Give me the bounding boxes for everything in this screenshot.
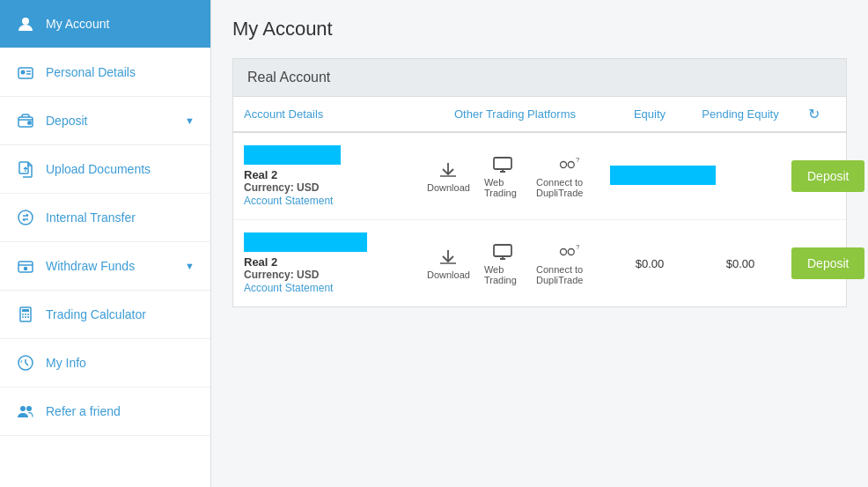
deposit-button-2[interactable]: Deposit xyxy=(791,247,864,279)
svg-point-27 xyxy=(561,248,567,255)
download-button-2[interactable]: Download xyxy=(427,247,470,280)
table-row: Real 2 Currency: USD Account Statement D… xyxy=(233,133,846,220)
account-table: Account Details Other Trading Platforms … xyxy=(232,96,847,307)
sidebar-label-withdraw-funds: Withdraw Funds xyxy=(46,259,174,273)
refer-icon xyxy=(16,402,35,421)
svg-point-23 xyxy=(561,161,567,167)
refresh-icon[interactable]: ↻ xyxy=(791,106,835,122)
col-header-equity: Equity xyxy=(610,107,689,121)
svg-rect-6 xyxy=(28,122,31,124)
user-icon xyxy=(16,14,35,33)
sidebar-label-upload-docs: Upload Documents xyxy=(46,162,195,176)
page-title: My Account xyxy=(232,18,847,41)
dupli-icon-1: ? xyxy=(557,155,582,174)
upload-doc-icon xyxy=(16,159,35,179)
sidebar-label-my-info: My Info xyxy=(46,356,195,370)
main-content: My Account Real Account Account Details … xyxy=(211,0,868,487)
equity-col-2: $0.00 xyxy=(610,257,689,270)
account-id-bar-1 xyxy=(244,145,341,165)
account-currency-1: Currency: USD xyxy=(244,181,420,194)
svg-point-2 xyxy=(21,70,26,75)
svg-point-20 xyxy=(20,406,26,411)
svg-point-17 xyxy=(25,316,26,318)
svg-rect-1 xyxy=(18,68,33,78)
account-currency-2: Currency: USD xyxy=(244,269,420,281)
trading-platforms-col-2: Download Web Trading xyxy=(427,242,603,285)
equity-bar-1 xyxy=(610,166,716,185)
svg-text:?: ? xyxy=(576,243,580,251)
sidebar-item-deposit[interactable]: Deposit ▼ xyxy=(0,97,210,145)
sidebar-item-personal-details[interactable]: Personal Details xyxy=(0,48,210,97)
sidebar-label-my-account: My Account xyxy=(46,17,195,31)
svg-point-0 xyxy=(22,18,29,25)
section-header-real-account: Real Account xyxy=(232,58,847,96)
table-row-2: Real 2 Currency: USD Account Statement D… xyxy=(233,220,846,306)
svg-rect-26 xyxy=(494,245,511,256)
withdraw-icon xyxy=(16,256,35,276)
account-statement-link-2[interactable]: Account Statement xyxy=(244,282,333,294)
account-name-1: Real 2 xyxy=(244,168,420,181)
sidebar-label-internal-transfer: Internal Transfer xyxy=(46,210,195,225)
dupli-icon-2: ? xyxy=(557,242,582,262)
svg-text:?: ? xyxy=(576,156,580,164)
pending-equity-col-2: $0.00 xyxy=(696,257,784,270)
sidebar-label-refer-a-friend: Refer a friend xyxy=(46,404,195,418)
sidebar-item-refer-a-friend[interactable]: Refer a friend xyxy=(0,387,210,436)
monitor-icon-1 xyxy=(490,155,515,174)
sidebar-item-my-info[interactable]: My Info xyxy=(0,339,210,387)
svg-point-21 xyxy=(26,406,32,411)
sidebar-label-trading-calculator: Trading Calculator xyxy=(46,307,195,321)
table-header-row: Account Details Other Trading Platforms … xyxy=(233,97,846,133)
svg-point-13 xyxy=(22,314,24,315)
svg-rect-22 xyxy=(494,158,511,169)
col-header-pending-equity: Pending Equity xyxy=(696,107,784,121)
account-details-col-1: Real 2 Currency: USD Account Statement xyxy=(244,145,420,207)
sidebar-label-personal-details: Personal Details xyxy=(46,65,195,79)
account-statement-link-1[interactable]: Account Statement xyxy=(244,195,333,207)
svg-point-10 xyxy=(25,268,27,270)
download-icon-2 xyxy=(436,247,460,267)
svg-point-18 xyxy=(27,316,29,318)
connect-dupli-button-1[interactable]: ? Connect to DupliTrade xyxy=(536,155,603,198)
chevron-down-icon-2: ▼ xyxy=(185,261,195,271)
svg-point-15 xyxy=(27,314,29,315)
web-trading-button-2[interactable]: Web Trading xyxy=(484,242,522,285)
svg-point-14 xyxy=(25,314,26,315)
deposit-button-1[interactable]: Deposit xyxy=(791,160,864,192)
sidebar-label-deposit: Deposit xyxy=(46,114,174,128)
deposit-btn-col-1: Deposit xyxy=(791,160,835,192)
sidebar: My Account Personal Details Deposit ▼ xyxy=(0,0,211,487)
svg-point-24 xyxy=(568,161,574,167)
history-icon xyxy=(16,353,35,373)
svg-point-16 xyxy=(22,316,24,318)
sidebar-item-my-account[interactable]: My Account xyxy=(0,0,210,48)
svg-point-28 xyxy=(568,248,574,255)
connect-dupli-button-2[interactable]: ? Connect to DupliTrade xyxy=(536,242,603,285)
account-id-bar-2 xyxy=(244,232,367,252)
sidebar-item-withdraw-funds[interactable]: Withdraw Funds ▼ xyxy=(0,242,210,291)
sidebar-item-upload-documents[interactable]: Upload Documents xyxy=(0,145,210,194)
download-button-1[interactable]: Download xyxy=(427,160,470,193)
calculator-icon xyxy=(16,305,35,324)
svg-point-8 xyxy=(18,210,33,225)
trading-platforms-col-1: Download Web Trading xyxy=(427,155,603,198)
transfer-icon xyxy=(16,208,35,227)
sidebar-item-trading-calculator[interactable]: Trading Calculator xyxy=(0,291,210,339)
chevron-down-icon: ▼ xyxy=(185,115,195,126)
svg-rect-12 xyxy=(22,309,29,312)
equity-col-1 xyxy=(610,166,689,188)
svg-rect-7 xyxy=(19,162,28,173)
deposit-btn-col-2: Deposit xyxy=(791,247,835,279)
account-details-col-2: Real 2 Currency: USD Account Statement xyxy=(244,232,420,294)
web-trading-button-1[interactable]: Web Trading xyxy=(484,155,522,198)
download-icon-1 xyxy=(436,160,460,180)
monitor-icon-2 xyxy=(490,242,515,262)
account-name-2: Real 2 xyxy=(244,255,420,269)
col-header-account-details: Account Details xyxy=(244,107,420,121)
id-card-icon xyxy=(16,63,35,82)
col-header-trading-platforms: Other Trading Platforms xyxy=(427,107,603,121)
sidebar-item-internal-transfer[interactable]: Internal Transfer xyxy=(0,194,210,242)
wallet-icon xyxy=(16,111,35,130)
